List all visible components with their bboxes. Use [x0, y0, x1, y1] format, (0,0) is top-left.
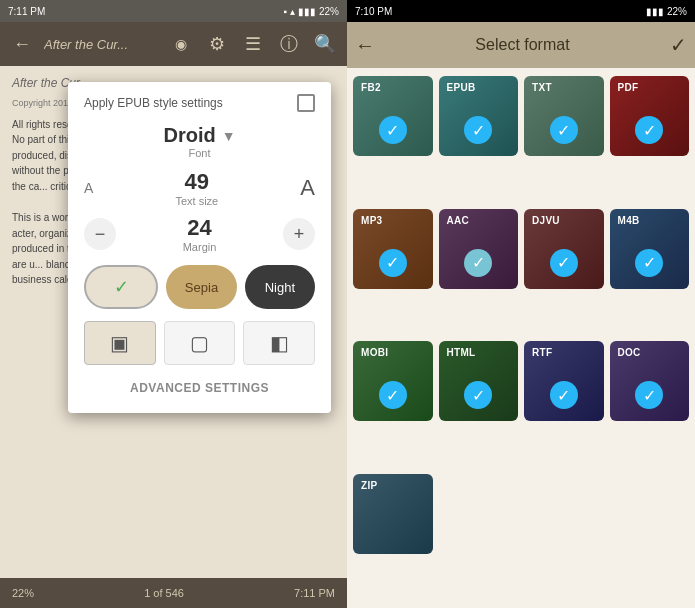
- layout-scroll-button[interactable]: ▣: [84, 321, 156, 365]
- left-panel: After the Cur... Copyright 2017 Dolores …: [0, 0, 347, 608]
- format-item-txt[interactable]: TXT✓: [524, 76, 604, 156]
- format-check-epub: ✓: [464, 116, 492, 144]
- format-check-txt: ✓: [550, 116, 578, 144]
- text-size-value: 49: [175, 169, 218, 195]
- wifi-icon: ▴: [290, 6, 295, 17]
- twocol-layout-icon: ◧: [270, 331, 289, 355]
- text-size-large-a: A: [300, 175, 315, 201]
- bluetooth-icon: ▪: [283, 6, 287, 17]
- margin-value: 24: [183, 215, 217, 241]
- left-status-time: 7:11 PM: [8, 6, 45, 17]
- text-size-row: A 49 Text size A: [84, 169, 315, 207]
- layout-selector-row: ▣ ▢ ◧: [84, 321, 315, 365]
- theme-night-button[interactable]: Night: [245, 265, 315, 309]
- epub-apply-checkbox[interactable]: [297, 94, 315, 112]
- format-check-doc: ✓: [635, 381, 663, 409]
- current-time: 7:11 PM: [294, 587, 335, 599]
- format-label-djvu: DJVU: [532, 215, 560, 226]
- format-label-m4b: M4B: [618, 215, 640, 226]
- text-size-small-a: A: [84, 180, 93, 196]
- search-button[interactable]: 🔍: [311, 30, 339, 58]
- popup-title: Apply EPUB style settings: [84, 96, 223, 110]
- format-grid: FB2✓EPUB✓TXT✓PDF✓MP3✓AAC✓DJVU✓M4B✓MOBI✓H…: [347, 68, 695, 608]
- right-back-button[interactable]: ←: [355, 34, 375, 57]
- back-button[interactable]: ←: [8, 30, 36, 58]
- audio-button[interactable]: ◉: [167, 30, 195, 58]
- format-item-djvu[interactable]: DJVU✓: [524, 209, 604, 289]
- format-label-pdf: PDF: [618, 82, 639, 93]
- format-check-mobi: ✓: [379, 381, 407, 409]
- format-label-mobi: MOBI: [361, 347, 388, 358]
- format-item-fb2[interactable]: FB2✓: [353, 76, 433, 156]
- right-status-icons: ▮▮▮ 22%: [646, 6, 687, 17]
- format-check-html: ✓: [464, 381, 492, 409]
- format-item-m4b[interactable]: M4B✓: [610, 209, 690, 289]
- theme-selector-row: ✓ Sepia Night: [84, 265, 315, 309]
- format-item-pdf[interactable]: PDF✓: [610, 76, 690, 156]
- right-status-time: 7:10 PM: [355, 6, 392, 17]
- signal-icon: ▮▮▮: [298, 6, 316, 17]
- left-toolbar: ← After the Cur... ◉ ⚙ ☰ ⓘ 🔍: [0, 22, 347, 66]
- format-check-rtf: ✓: [550, 381, 578, 409]
- format-label-rtf: RTF: [532, 347, 552, 358]
- reading-percent: 22%: [12, 587, 34, 599]
- format-label-zip: ZIP: [361, 480, 377, 491]
- popup-header: Apply EPUB style settings: [84, 94, 315, 112]
- epub-settings-popup: Apply EPUB style settings Droid ▼ Font A…: [68, 82, 331, 413]
- right-panel: 7:10 PM ▮▮▮ 22% ← Select format ✓ FB2✓EP…: [347, 0, 695, 608]
- font-label: Font: [84, 147, 315, 159]
- format-label-txt: TXT: [532, 82, 552, 93]
- font-selector-row: Droid ▼ Font: [84, 124, 315, 159]
- check-icon: ✓: [114, 276, 129, 298]
- advanced-settings-button[interactable]: ADVANCED SETTINGS: [84, 377, 315, 399]
- book-title: After the Cur...: [44, 37, 159, 52]
- font-dropdown-arrow[interactable]: ▼: [222, 128, 236, 144]
- format-check-mp3: ✓: [379, 249, 407, 277]
- margin-increase-button[interactable]: +: [283, 218, 315, 250]
- margin-row: − 24 Margin +: [84, 215, 315, 253]
- margin-decrease-button[interactable]: −: [84, 218, 116, 250]
- format-check-m4b: ✓: [635, 249, 663, 277]
- format-check-djvu: ✓: [550, 249, 578, 277]
- theme-sepia-button[interactable]: Sepia: [166, 265, 236, 309]
- right-confirm-button[interactable]: ✓: [670, 33, 687, 57]
- format-check-aac: ✓: [464, 249, 492, 277]
- format-item-mp3[interactable]: MP3✓: [353, 209, 433, 289]
- format-label-doc: DOC: [618, 347, 641, 358]
- night-label: Night: [265, 280, 295, 295]
- left-bottom-bar: 22% 1 of 546 7:11 PM: [0, 578, 347, 608]
- format-label-aac: AAC: [447, 215, 470, 226]
- page-position: 1 of 546: [144, 587, 184, 599]
- layout-page-button[interactable]: ▢: [164, 321, 236, 365]
- format-check-fb2: ✓: [379, 116, 407, 144]
- battery-icon: 22%: [319, 6, 339, 17]
- theme-white-button[interactable]: ✓: [84, 265, 158, 309]
- margin-label: Margin: [183, 241, 217, 253]
- page-layout-icon: ▢: [190, 331, 209, 355]
- scroll-layout-icon: ▣: [110, 331, 129, 355]
- format-item-zip[interactable]: ZIP: [353, 474, 433, 554]
- format-label-epub: EPUB: [447, 82, 476, 93]
- right-toolbar: ← Select format ✓: [347, 22, 695, 68]
- format-label-mp3: MP3: [361, 215, 382, 226]
- format-label-fb2: FB2: [361, 82, 381, 93]
- format-label-html: HTML: [447, 347, 476, 358]
- settings-button[interactable]: ⚙: [203, 30, 231, 58]
- toc-button[interactable]: ☰: [239, 30, 267, 58]
- font-name-display: Droid: [163, 124, 215, 147]
- format-item-mobi[interactable]: MOBI✓: [353, 341, 433, 421]
- format-item-html[interactable]: HTML✓: [439, 341, 519, 421]
- format-item-epub[interactable]: EPUB✓: [439, 76, 519, 156]
- text-size-label: Text size: [175, 195, 218, 207]
- format-item-rtf[interactable]: RTF✓: [524, 341, 604, 421]
- format-check-pdf: ✓: [635, 116, 663, 144]
- left-status-bar: 7:11 PM ▪ ▴ ▮▮▮ 22%: [0, 0, 347, 22]
- layout-twocol-button[interactable]: ◧: [243, 321, 315, 365]
- info-button[interactable]: ⓘ: [275, 30, 303, 58]
- format-item-aac[interactable]: AAC✓: [439, 209, 519, 289]
- sepia-label: Sepia: [185, 280, 218, 295]
- select-format-title: Select format: [385, 36, 660, 54]
- left-status-icons: ▪ ▴ ▮▮▮ 22%: [283, 6, 339, 17]
- right-status-bar: 7:10 PM ▮▮▮ 22%: [347, 0, 695, 22]
- format-item-doc[interactable]: DOC✓: [610, 341, 690, 421]
